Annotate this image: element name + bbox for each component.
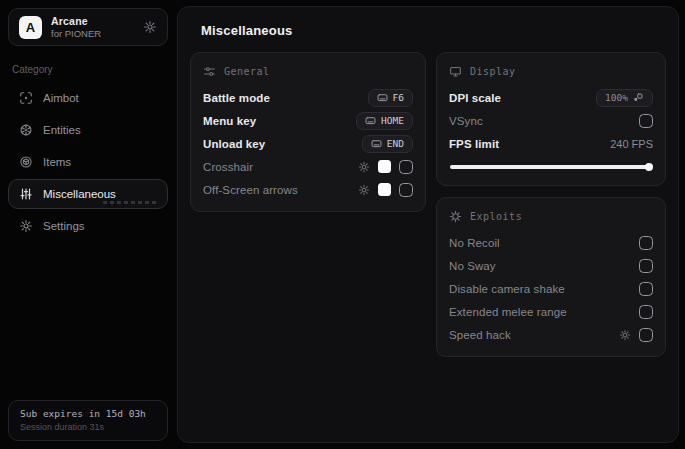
- sidebar-item-aimbot[interactable]: Aimbot: [8, 83, 168, 113]
- sidebar-item-miscellaneous[interactable]: Miscellaneous: [8, 179, 168, 209]
- display-card: Display DPI scale 100%: [436, 52, 666, 186]
- sidebar-item-label: Aimbot: [43, 92, 79, 104]
- display-card-header: Display: [449, 65, 653, 78]
- package-icon: [19, 155, 33, 169]
- menu-key-keybind[interactable]: HOME: [356, 112, 413, 130]
- exploits-card-header: Exploits: [449, 210, 653, 223]
- general-card: General Battle mode F6: [190, 52, 426, 212]
- unload-key-row: Unload key END: [203, 132, 413, 155]
- dpi-scale-selector[interactable]: 100%: [596, 89, 653, 107]
- dpi-scale-label: DPI scale: [449, 92, 588, 104]
- battle-mode-keybind[interactable]: F6: [368, 89, 413, 107]
- no-sway-row: No Sway: [449, 254, 653, 277]
- sidebar-item-label: Items: [43, 156, 71, 168]
- gear-icon[interactable]: [358, 184, 370, 196]
- battle-mode-row: Battle mode F6: [203, 86, 413, 109]
- keyboard-icon: [371, 138, 382, 149]
- gear-icon[interactable]: [358, 161, 370, 173]
- vsync-checkbox[interactable]: [639, 114, 653, 128]
- subscription-info-box: Sub expires in 15d 03h Session duration …: [8, 400, 168, 441]
- category-label: Category: [12, 64, 164, 75]
- fps-limit-row: FPS limit 240 FPS: [449, 132, 653, 155]
- crosshair-scan-icon: [19, 91, 33, 105]
- battle-mode-key: F6: [393, 92, 404, 103]
- virus-icon: [449, 210, 462, 223]
- extended-melee-range-label: Extended melee range: [449, 306, 631, 318]
- slider-thumb[interactable]: [645, 163, 653, 171]
- scale-icon: [633, 92, 644, 103]
- sidebar-item-label: Entities: [43, 124, 81, 136]
- sidebar-item-settings[interactable]: Settings: [8, 211, 168, 241]
- main-panel: Miscellaneous General: [177, 6, 679, 443]
- no-recoil-row: No Recoil: [449, 231, 653, 254]
- dpi-scale-row: DPI scale 100%: [449, 86, 653, 109]
- fps-limit-label: FPS limit: [449, 138, 602, 150]
- sidebar-nav: Aimbot Entities: [8, 83, 168, 241]
- equalizer-icon: [19, 187, 33, 201]
- offscreen-arrows-color-swatch[interactable]: [378, 183, 391, 196]
- no-sway-checkbox[interactable]: [639, 259, 653, 273]
- app-tagline: for PIONER: [51, 28, 101, 39]
- session-duration-text: Session duration 31s: [20, 422, 156, 432]
- gear-icon: [19, 219, 33, 233]
- extended-melee-range-checkbox[interactable]: [639, 305, 653, 319]
- exploits-card: Exploits No Recoil No Sway Disable camer…: [436, 197, 666, 357]
- menu-key-row: Menu key HOME: [203, 109, 413, 132]
- unload-key-keybind[interactable]: END: [362, 135, 413, 153]
- keyboard-icon: [377, 92, 388, 103]
- speed-hack-checkbox[interactable]: [639, 328, 653, 342]
- sidebar: A Arcane for PIONER Category: [0, 0, 176, 449]
- keyboard-icon: [365, 115, 376, 126]
- selected-item-dashes: [103, 201, 157, 204]
- extended-melee-range-row: Extended melee range: [449, 300, 653, 323]
- sidebar-item-label: Miscellaneous: [43, 188, 116, 200]
- sidebar-item-items[interactable]: Items: [8, 147, 168, 177]
- exploits-card-title: Exploits: [470, 211, 522, 222]
- sidebar-header: A Arcane for PIONER: [8, 8, 168, 46]
- slider-track[interactable]: [450, 165, 652, 169]
- offscreen-arrows-checkbox[interactable]: [399, 183, 413, 197]
- general-card-header: General: [203, 65, 413, 78]
- sidebar-item-label: Settings: [43, 220, 85, 232]
- no-recoil-label: No Recoil: [449, 237, 631, 249]
- menu-key-label: Menu key: [203, 115, 348, 127]
- disable-camera-shake-checkbox[interactable]: [639, 282, 653, 296]
- entities-wheel-icon: [19, 123, 33, 137]
- disable-camera-shake-label: Disable camera shake: [449, 283, 631, 295]
- offscreen-arrows-row: Off-Screen arrows: [203, 178, 413, 201]
- battle-mode-label: Battle mode: [203, 92, 360, 104]
- no-recoil-checkbox[interactable]: [639, 236, 653, 250]
- speed-hack-label: Speed hack: [449, 329, 611, 341]
- unload-key-label: Unload key: [203, 138, 354, 150]
- sliders-icon: [203, 65, 216, 78]
- app-logo: A: [19, 16, 42, 39]
- speed-hack-row: Speed hack: [449, 323, 653, 346]
- fps-limit-slider[interactable]: [450, 162, 652, 171]
- disable-camera-shake-row: Disable camera shake: [449, 277, 653, 300]
- menu-key-key: HOME: [381, 115, 404, 126]
- crosshair-checkbox[interactable]: [399, 160, 413, 174]
- crosshair-color-swatch[interactable]: [378, 160, 391, 173]
- app-window: A Arcane for PIONER Category: [0, 0, 685, 449]
- crosshair-row: Crosshair: [203, 155, 413, 178]
- fps-limit-value: 240 FPS: [610, 138, 653, 150]
- offscreen-arrows-label: Off-Screen arrows: [203, 184, 350, 196]
- page-title: Miscellaneous: [201, 23, 666, 38]
- sub-expires-text: Sub expires in 15d 03h: [20, 408, 156, 419]
- crosshair-label: Crosshair: [203, 161, 350, 173]
- general-card-title: General: [224, 66, 270, 77]
- sidebar-item-entities[interactable]: Entities: [8, 115, 168, 145]
- unload-key-key: END: [387, 138, 404, 149]
- vsync-label: VSync: [449, 115, 631, 127]
- gear-icon[interactable]: [143, 20, 157, 34]
- display-card-title: Display: [470, 66, 516, 77]
- monitor-icon: [449, 65, 462, 78]
- vsync-row: VSync: [449, 109, 653, 132]
- dpi-scale-value: 100%: [605, 92, 628, 103]
- gear-icon[interactable]: [619, 329, 631, 341]
- no-sway-label: No Sway: [449, 260, 631, 272]
- app-name: Arcane: [51, 15, 101, 27]
